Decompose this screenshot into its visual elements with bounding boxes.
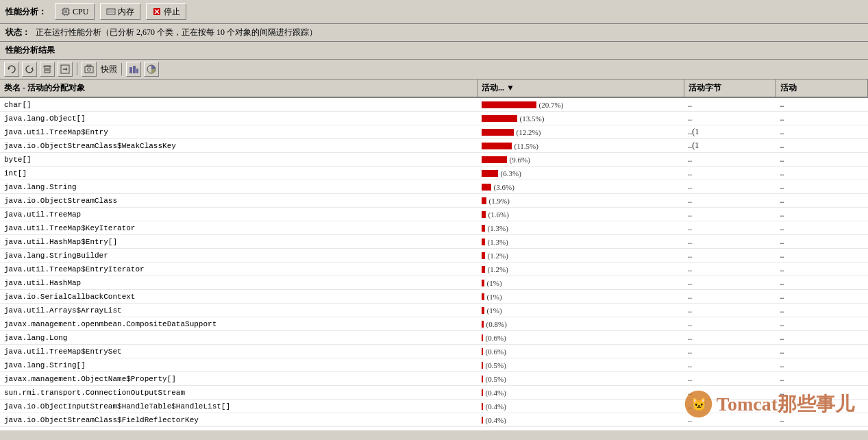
- table-row[interactable]: java.util.TreeMap$EntrySet(0.6%)....: [0, 345, 868, 358]
- table-row[interactable]: java.lang.Object[](13.5%)....: [0, 112, 868, 125]
- subtoolbar: 快照: [0, 60, 868, 80]
- active-bytes-cell: ..: [684, 427, 776, 431]
- export-btn[interactable]: [58, 62, 73, 77]
- table-row[interactable]: java.lang.String[](0.5%)....: [0, 358, 868, 372]
- table-row[interactable]: java.io.SerialCallbackContext(1%)....: [0, 290, 868, 304]
- active2-cell: ..: [776, 400, 867, 413]
- active-bytes-cell: ..: [684, 386, 776, 400]
- class-name-cell: java.io.ObjectStreamClass: [0, 194, 478, 208]
- table-row[interactable]: java.io.ObjectStreamClass$FieldReflector…: [0, 413, 868, 427]
- active-bytes-cell: ..: [684, 290, 776, 304]
- active2-cell: ..: [776, 386, 867, 400]
- active2-cell: ..: [776, 112, 867, 125]
- table-row[interactable]: java.util.HashMap$Entry[](1.3%)....: [0, 235, 868, 249]
- active-bytes-cell: ..: [684, 221, 776, 235]
- active-bytes-cell: ..: [684, 304, 776, 317]
- table-row[interactable]: int[](6.3%)....: [0, 167, 868, 180]
- table-row[interactable]: java.io.ObjectInputStream$HandleTable$Ha…: [0, 400, 868, 413]
- svg-point-28: [88, 68, 91, 71]
- active-bytes-cell: ..: [684, 358, 776, 372]
- svg-rect-31: [133, 66, 136, 73]
- table-row[interactable]: javax.management.openmbean.CompositeData…: [0, 317, 868, 331]
- table-row[interactable]: java.util.TreeMap$Entry(12.2%)..(1..: [0, 125, 868, 139]
- stop-icon: [152, 7, 162, 16]
- active-bytes-cell: ..: [684, 194, 776, 208]
- active-pct-cell: (1%): [478, 304, 684, 317]
- table-row[interactable]: java.util.TreeMap(1.6%)....: [0, 208, 868, 221]
- active2-cell: ..: [776, 290, 867, 304]
- class-name-cell: java.lang.Long: [0, 331, 478, 345]
- active-bytes-cell: ..: [684, 413, 776, 427]
- separator2: [121, 63, 122, 75]
- active-bytes-cell: ..: [684, 262, 776, 276]
- class-name-cell: java.util.TreeMap$Entry: [0, 125, 478, 139]
- active-bytes-cell: ..: [684, 345, 776, 358]
- active-pct-cell: (6.3%): [478, 167, 684, 180]
- class-name-cell: java.util.TreeMap$KeyIterator: [0, 221, 478, 235]
- graph-btn[interactable]: [126, 62, 141, 77]
- col-active[interactable]: 活动... ▼: [478, 80, 684, 97]
- active2-cell: ..: [776, 317, 867, 331]
- class-name-cell: java.lang.String: [0, 180, 478, 194]
- active-bytes-cell: ..(1: [684, 125, 776, 139]
- active-pct-cell: (0.5%): [478, 358, 684, 372]
- table-row[interactable]: java.io.ObjectOutputStream$HandleTable(0…: [0, 427, 868, 431]
- active-pct-cell: (0.6%): [478, 331, 684, 345]
- active-pct-cell: (0.5%): [478, 372, 684, 386]
- table-row[interactable]: java.lang.String(3.6%)....: [0, 180, 868, 194]
- memory-button[interactable]: 内存: [100, 3, 140, 20]
- active2-cell: ..: [776, 125, 867, 139]
- table-row[interactable]: javax.management.ObjectName$Property[](0…: [0, 372, 868, 386]
- chart2-btn[interactable]: [144, 62, 159, 77]
- table-row[interactable]: sun.rmi.transport.ConnectionOutputStream…: [0, 386, 868, 400]
- status-label: 状态：: [5, 27, 30, 38]
- active2-cell: ..: [776, 427, 867, 431]
- col-class-name[interactable]: 类名 - 活动的分配对象: [0, 80, 478, 97]
- active-bytes-cell: ..: [684, 208, 776, 221]
- cpu-button[interactable]: CPU: [55, 3, 95, 20]
- active-pct-cell: (9.6%): [478, 153, 684, 167]
- stop-button[interactable]: 停止: [146, 3, 186, 20]
- active-bytes-cell: ..: [684, 153, 776, 167]
- active-bytes-cell: ..: [684, 372, 776, 386]
- class-name-cell: java.util.HashMap: [0, 276, 478, 290]
- refresh-btn[interactable]: [4, 62, 19, 77]
- class-name-cell: java.util.HashMap$Entry[]: [0, 235, 478, 249]
- class-name-cell: java.util.TreeMap$EntrySet: [0, 345, 478, 358]
- delete-btn[interactable]: [40, 62, 55, 77]
- class-name-cell: java.io.ObjectStreamClass$WeakClassKey: [0, 139, 478, 153]
- svg-rect-13: [112, 10, 114, 13]
- snapshot-btn[interactable]: [82, 62, 97, 77]
- section-header: 性能分析结果: [0, 42, 868, 60]
- table-row[interactable]: java.util.HashMap(1%)....: [0, 276, 868, 290]
- reset-btn[interactable]: [22, 62, 37, 77]
- table-row[interactable]: java.util.Arrays$ArrayList(1%)....: [0, 304, 868, 317]
- table-row[interactable]: char[](20.7%)....: [0, 97, 868, 112]
- class-name-cell: java.io.SerialCallbackContext: [0, 290, 478, 304]
- table-row[interactable]: java.io.ObjectStreamClass$WeakClassKey(1…: [0, 139, 868, 153]
- active2-cell: ..: [776, 180, 867, 194]
- class-name-cell: java.io.ObjectInputStream$HandleTable$Ha…: [0, 400, 478, 413]
- active-pct-cell: (1.3%): [478, 235, 684, 249]
- class-name-cell: javax.management.ObjectName$Property[]: [0, 372, 478, 386]
- col-active-bytes[interactable]: 活动字节: [684, 80, 776, 97]
- active2-cell: ..: [776, 345, 867, 358]
- table-row[interactable]: java.io.ObjectStreamClass(1.9%)....: [0, 194, 868, 208]
- class-name-cell: int[]: [0, 167, 478, 180]
- table-row[interactable]: java.util.TreeMap$KeyIterator(1.3%)....: [0, 221, 868, 235]
- table-row[interactable]: java.lang.Long(0.6%)....: [0, 331, 868, 345]
- svg-rect-11: [108, 10, 110, 13]
- active-pct-cell: (1%): [478, 290, 684, 304]
- active2-cell: ..: [776, 331, 867, 345]
- active-pct-cell: (1.3%): [478, 221, 684, 235]
- status-bar: 状态： 正在运行性能分析（已分析 2,670 个类，正在按每 10 个对象的间隔…: [0, 24, 868, 42]
- table-row[interactable]: java.util.TreeMap$EntryIterator(1.2%)...…: [0, 262, 868, 276]
- table-row[interactable]: byte[](9.6%)....: [0, 153, 868, 167]
- svg-rect-1: [64, 10, 67, 13]
- cpu-button-label: CPU: [73, 7, 88, 17]
- active-pct-cell: (1%): [478, 276, 684, 290]
- table-row[interactable]: java.lang.StringBuilder(1.2%)....: [0, 249, 868, 262]
- active-bytes-cell: ..: [684, 331, 776, 345]
- col-active2[interactable]: 活动: [776, 80, 867, 97]
- cpu-icon: [61, 7, 71, 16]
